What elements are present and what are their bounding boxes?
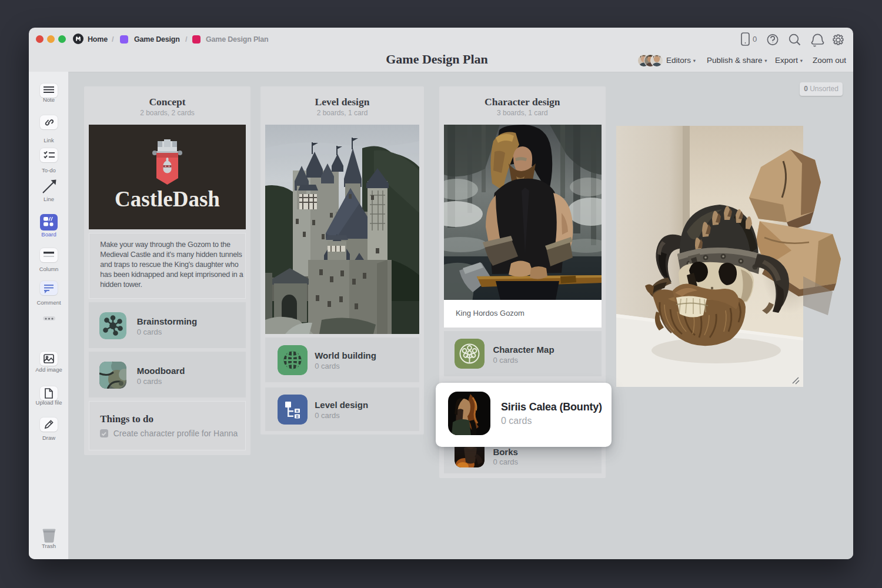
svg-text:CastleDash: CastleDash <box>115 187 220 211</box>
